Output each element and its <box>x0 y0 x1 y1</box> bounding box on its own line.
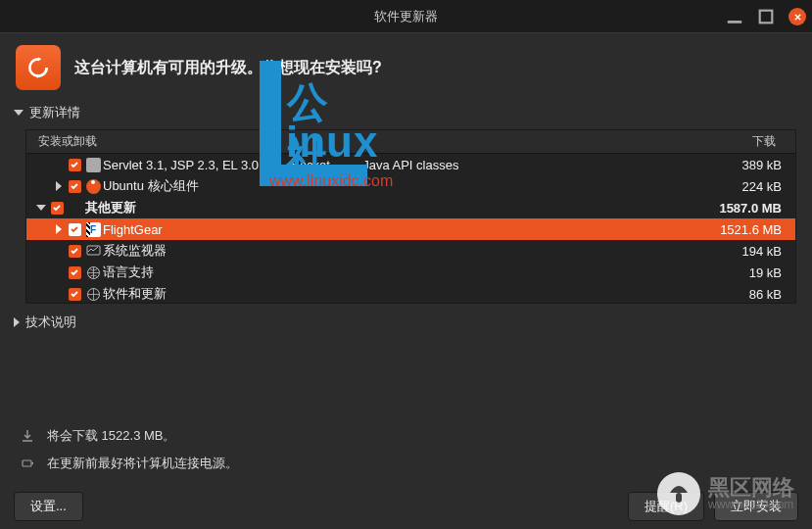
window-controls <box>726 0 806 33</box>
globe-icon <box>86 265 101 280</box>
item-size: 1521.6 MB <box>707 222 795 237</box>
checkbox[interactable] <box>69 266 81 279</box>
item-label: Ubuntu 核心组件 <box>103 177 707 195</box>
list-item[interactable]: 语言支持 19 kB <box>26 262 795 283</box>
svg-rect-0 <box>760 11 773 24</box>
item-size: 224 kB <box>707 179 795 194</box>
item-label: 语言支持 <box>103 264 707 281</box>
chevron-right-icon <box>56 181 62 191</box>
col-download[interactable]: 下载 <box>707 133 795 150</box>
package-icon <box>86 158 101 172</box>
tech-label: 技术说明 <box>25 313 76 331</box>
chevron-down-icon <box>36 205 46 211</box>
list-item[interactable]: Ubuntu 核心组件 224 kB <box>26 175 795 197</box>
maximize-button[interactable] <box>757 8 775 25</box>
update-list: 安装或卸载 下载 Servlet 3.1, JSP 2.3, EL 3.0 ……… <box>25 129 796 304</box>
minimize-button[interactable] <box>726 8 743 25</box>
ubuntu-icon <box>86 179 101 194</box>
power-line: 在更新前最好将计算机连接电源。 <box>20 455 792 472</box>
checkbox[interactable] <box>69 159 81 171</box>
monitor-icon <box>86 244 101 259</box>
settings-label: 设置... <box>30 498 67 515</box>
group-label: 其他更新 <box>85 199 707 216</box>
header: 这台计算机有可用的升级。你想现在安装吗? <box>0 33 812 100</box>
list-body[interactable]: Servlet 3.1, JSP 2.3, EL 3.0 …… Socket …… <box>26 154 795 304</box>
col-install[interactable]: 安装或卸载 <box>26 133 707 150</box>
item-size: 19 kB <box>707 265 795 280</box>
bottom-bar: 设置... 提醒(R) 立即安装 <box>0 484 812 529</box>
battery-icon <box>20 457 35 470</box>
svg-rect-4 <box>23 460 31 466</box>
chevron-right-icon <box>56 224 62 234</box>
download-icon <box>20 429 35 443</box>
flightgear-icon: F <box>86 222 101 237</box>
titlebar: 软件更新器 <box>0 0 812 33</box>
checkbox[interactable] <box>69 245 81 258</box>
globe-icon <box>86 287 101 302</box>
chevron-right-icon <box>14 317 20 327</box>
list-header: 安装或卸载 下载 <box>26 130 795 154</box>
details-expander[interactable]: 更新详情 <box>0 100 812 125</box>
details-label: 更新详情 <box>29 104 80 121</box>
header-text: 这台计算机有可用的升级。你想现在安装吗? <box>74 58 382 78</box>
item-size: 194 kB <box>707 244 795 259</box>
item-size: 389 kB <box>707 158 795 172</box>
item-label: 系统监视器 <box>103 242 707 260</box>
item-size: 86 kB <box>707 287 795 302</box>
item-label: 软件和更新 <box>103 285 707 303</box>
list-item[interactable]: 软件和更新 86 kB <box>26 283 795 304</box>
remind-label: 提醒(R) <box>645 498 688 515</box>
list-item-selected[interactable]: F FlightGear 1521.6 MB <box>26 218 795 240</box>
checkbox[interactable] <box>51 202 64 215</box>
checkbox[interactable] <box>69 288 81 301</box>
checkbox[interactable] <box>69 180 81 193</box>
download-size-text: 将会下载 1522.3 MB。 <box>47 427 176 445</box>
download-size-line: 将会下载 1522.3 MB。 <box>20 427 792 445</box>
remind-button[interactable]: 提醒(R) <box>628 492 704 521</box>
close-button[interactable] <box>788 8 806 25</box>
item-label: FlightGear <box>103 222 707 237</box>
list-item[interactable]: 系统监视器 194 kB <box>26 240 795 262</box>
list-group[interactable]: 其他更新 1587.0 MB <box>26 197 795 218</box>
chevron-down-icon <box>14 110 24 116</box>
settings-button[interactable]: 设置... <box>14 492 83 521</box>
checkbox[interactable] <box>69 223 81 236</box>
tech-expander[interactable]: 技术说明 <box>0 310 812 335</box>
install-label: 立即安装 <box>731 498 782 515</box>
install-button[interactable]: 立即安装 <box>714 492 798 521</box>
updater-icon <box>16 45 61 90</box>
window-title: 软件更新器 <box>374 8 438 25</box>
footer-info: 将会下载 1522.3 MB。 在更新前最好将计算机连接电源。 <box>0 417 812 484</box>
power-text: 在更新前最好将计算机连接电源。 <box>47 455 238 472</box>
item-label: Servlet 3.1, JSP 2.3, EL 3.0 …… Socket …… <box>103 158 707 172</box>
list-item[interactable]: Servlet 3.1, JSP 2.3, EL 3.0 …… Socket …… <box>26 154 795 175</box>
svg-rect-5 <box>32 462 34 464</box>
group-size: 1587.0 MB <box>707 201 795 216</box>
